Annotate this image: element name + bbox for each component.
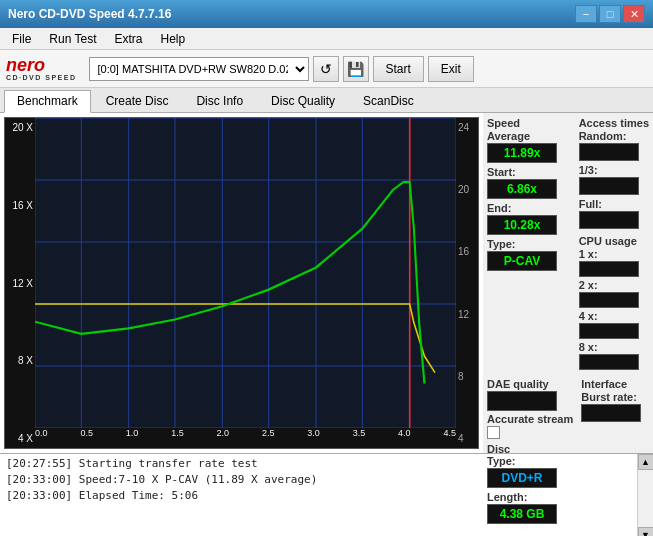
y-axis-left: 20 X 16 X 12 X 8 X 4 X [5, 118, 35, 448]
start-button[interactable]: Start [373, 56, 424, 82]
tab-create-disc[interactable]: Create Disc [93, 90, 182, 112]
log-scrollbar: ▲ ▼ [637, 454, 653, 536]
speed-section: Speed Average 11.89x Start: 6.86x End: 1… [487, 117, 649, 370]
menu-run-test[interactable]: Run Test [41, 30, 104, 48]
x-axis: 0.0 0.5 1.0 1.5 2.0 2.5 3.0 3.5 4.0 4.5 [35, 428, 456, 448]
interface-title: Interface [581, 378, 641, 390]
tab-scandisc[interactable]: ScanDisc [350, 90, 427, 112]
log-text-3: [20:33:00] Elapsed Time: 5:06 [6, 489, 198, 502]
y-label-16x: 16 X [5, 200, 35, 211]
close-button[interactable]: ✕ [623, 5, 645, 23]
y-right-8: 8 [456, 371, 478, 382]
dae-value [487, 391, 557, 411]
tab-benchmark[interactable]: Benchmark [4, 90, 91, 113]
log-area: [20:27:55] Starting transfer rate test [… [0, 453, 653, 536]
chart-svg [35, 118, 456, 428]
cpu-4x-label: 4 x: [579, 310, 649, 322]
accurate-stream-checkbox[interactable] [487, 426, 500, 439]
access-third-label: 1/3: [579, 164, 649, 176]
scrollbar-track[interactable] [638, 470, 654, 527]
menu-file[interactable]: File [4, 30, 39, 48]
access-col: Access times Random: 1/3: Full: CPU usag… [579, 117, 649, 370]
right-panel: Speed Average 11.89x Start: 6.86x End: 1… [483, 113, 653, 453]
log-text-1: [20:27:55] Starting transfer rate test [6, 457, 258, 470]
svg-rect-0 [35, 118, 456, 428]
y-right-20: 20 [456, 184, 478, 195]
x-2.0: 2.0 [217, 428, 230, 448]
x-2.5: 2.5 [262, 428, 275, 448]
drive-selector[interactable]: [0:0] MATSHITA DVD+RW SW820 D.02 [89, 57, 309, 81]
tab-disc-quality[interactable]: Disc Quality [258, 90, 348, 112]
access-random-value [579, 143, 639, 161]
y-label-12x: 12 X [5, 278, 35, 289]
toolbar: nero CD·DVD SPEED [0:0] MATSHITA DVD+RW … [0, 50, 653, 88]
x-0.5: 0.5 [80, 428, 93, 448]
burst-rate-value [581, 404, 641, 422]
speed-type-label: Type: [487, 238, 557, 250]
app-title: Nero CD-DVD Speed 4.7.7.16 [8, 7, 171, 21]
maximize-button[interactable]: □ [599, 5, 621, 23]
speed-average-value: 11.89x [487, 143, 557, 163]
logo-cdspeed: CD·DVD SPEED [6, 74, 77, 81]
access-random-label: Random: [579, 130, 649, 142]
x-4.0: 4.0 [398, 428, 411, 448]
speed-start-value: 6.86x [487, 179, 557, 199]
access-third-value [579, 177, 639, 195]
tab-bar: Benchmark Create Disc Disc Info Disc Qua… [0, 88, 653, 113]
access-full-label: Full: [579, 198, 649, 210]
access-full-value [579, 211, 639, 229]
titlebar: Nero CD-DVD Speed 4.7.7.16 − □ ✕ [0, 0, 653, 28]
speed-end-value: 10.28x [487, 215, 557, 235]
exit-button[interactable]: Exit [428, 56, 474, 82]
x-0.0: 0.0 [35, 428, 48, 448]
cpu-1x-value [579, 261, 639, 277]
logo: nero CD·DVD SPEED [6, 56, 77, 81]
menu-extra[interactable]: Extra [106, 30, 150, 48]
log-line-1: [20:27:55] Starting transfer rate test [6, 456, 631, 472]
dae-title: DAE quality [487, 378, 573, 390]
log-text-2: [20:33:00] Speed:7-10 X P-CAV (11.89 X a… [6, 473, 317, 486]
cpu-8x-label: 8 x: [579, 341, 649, 353]
tab-disc-info[interactable]: Disc Info [183, 90, 256, 112]
refresh-icon[interactable]: ↺ [313, 56, 339, 82]
speed-start-label: Start: [487, 166, 557, 178]
y-right-12: 12 [456, 309, 478, 320]
cpu-title: CPU usage [579, 235, 649, 247]
cpu-2x-label: 2 x: [579, 279, 649, 291]
y-right-4: 4 [456, 433, 478, 444]
speed-type-value: P-CAV [487, 251, 557, 271]
logo-nero: nero [6, 56, 77, 74]
x-4.5: 4.5 [443, 428, 456, 448]
scrollbar-up[interactable]: ▲ [638, 454, 654, 470]
main-content: 20 X 16 X 12 X 8 X 4 X 24 20 16 12 8 4 [0, 113, 653, 453]
cpu-8x-value [579, 354, 639, 370]
y-label-20x: 20 X [5, 122, 35, 133]
x-1.5: 1.5 [171, 428, 184, 448]
y-label-4x: 4 X [5, 433, 35, 444]
y-right-24: 24 [456, 122, 478, 133]
access-title: Access times [579, 117, 649, 129]
window-controls: − □ ✕ [575, 5, 645, 23]
cpu-2x-value [579, 292, 639, 308]
accurate-stream-label: Accurate stream [487, 413, 573, 425]
scrollbar-down[interactable]: ▼ [638, 527, 654, 536]
speed-col: Speed Average 11.89x Start: 6.86x End: 1… [487, 117, 557, 370]
burst-rate-label: Burst rate: [581, 391, 641, 403]
log-line-2: [20:33:00] Speed:7-10 X P-CAV (11.89 X a… [6, 472, 631, 488]
menu-help[interactable]: Help [153, 30, 194, 48]
cpu-4x-value [579, 323, 639, 339]
speed-end-label: End: [487, 202, 557, 214]
cpu-1x-label: 1 x: [579, 248, 649, 260]
x-1.0: 1.0 [126, 428, 139, 448]
y-label-8x: 8 X [5, 355, 35, 366]
accurate-stream-row [487, 426, 573, 439]
save-icon[interactable]: 💾 [343, 56, 369, 82]
speed-average-label: Average [487, 130, 557, 142]
x-3.5: 3.5 [353, 428, 366, 448]
y-axis-right: 24 20 16 12 8 4 [456, 118, 478, 448]
speed-title: Speed [487, 117, 557, 129]
minimize-button[interactable]: − [575, 5, 597, 23]
log-content: [20:27:55] Starting transfer rate test [… [0, 454, 637, 536]
chart-container: 20 X 16 X 12 X 8 X 4 X 24 20 16 12 8 4 [4, 117, 479, 449]
x-3.0: 3.0 [307, 428, 320, 448]
